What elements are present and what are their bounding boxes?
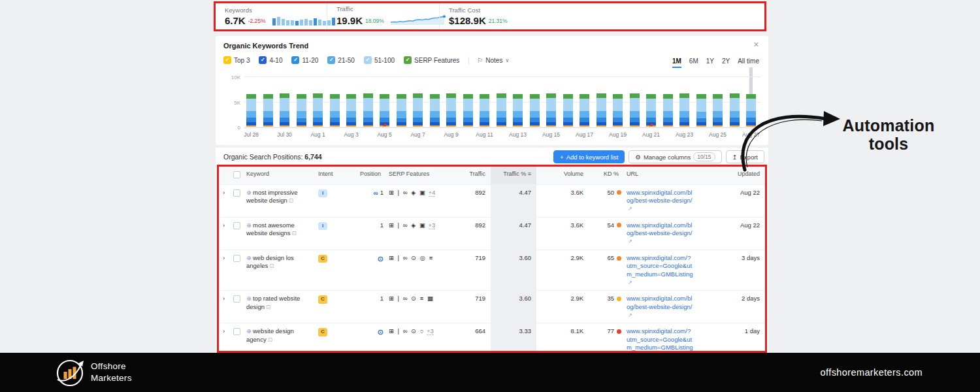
url-link[interactable]: www.spinxdigital.com/blog/best-website-d… xyxy=(627,189,693,213)
position-value: 1 xyxy=(380,189,384,197)
range-tab-1m[interactable]: 1M xyxy=(672,57,681,68)
chart-bar xyxy=(430,94,440,127)
positions-title-label: Organic Search Positions: xyxy=(223,153,302,161)
trend-filter-51-100[interactable]: ✓51-100 xyxy=(364,56,395,64)
row-expander[interactable]: › xyxy=(219,218,231,233)
traffic-stat: Traffic 19.9K 18.09% xyxy=(327,3,439,29)
filter-label: 51-100 xyxy=(374,57,395,64)
kd-difficulty-dot xyxy=(617,256,621,261)
traffic-cell: 719 xyxy=(458,291,491,306)
bar-segment-21-50 xyxy=(497,111,506,118)
mini-bar xyxy=(323,21,326,25)
note-flag-icon[interactable]: ⚑ xyxy=(382,123,387,129)
serp-snapshot-icon[interactable]: ⊡ xyxy=(292,230,297,237)
bar-segment-21-50 xyxy=(613,111,623,118)
bar-segment-21-50 xyxy=(346,111,356,118)
chart-bar xyxy=(580,94,589,127)
add-keyword-icon[interactable]: ⊕ xyxy=(246,295,252,302)
add-to-keyword-list-button[interactable]: + Add to keyword list xyxy=(553,150,625,163)
mini-bar xyxy=(309,20,312,25)
position-cell: 1 xyxy=(347,218,386,233)
serp-more-count[interactable]: +3 xyxy=(429,221,436,229)
url-link[interactable]: www.spinxdigital.com/blog/best-website-d… xyxy=(627,295,693,319)
filter-label: 21-50 xyxy=(338,57,355,64)
url-link[interactable]: www.spinxdigital.com/?utm_source=Google&… xyxy=(627,254,693,286)
row-expander[interactable]: › xyxy=(219,185,231,201)
mini-bar xyxy=(277,17,280,25)
chart-bar xyxy=(313,93,323,127)
note-flag-icon[interactable]: ⚑ xyxy=(649,123,653,129)
add-keyword-icon[interactable]: ⊕ xyxy=(246,221,252,229)
traffic-cost-stat: Traffic Cost $128.9K 21.31% xyxy=(439,3,517,29)
serp-snapshot-icon[interactable]: ⊡ xyxy=(266,304,270,310)
keyword-link[interactable]: ⊕most impressive website design⊡ xyxy=(244,185,316,209)
add-keyword-icon[interactable]: ⊕ xyxy=(246,327,252,335)
kd-cell: 35 xyxy=(589,291,624,306)
url-cell: www.spinxdigital.com/?utm_source=Google&… xyxy=(624,323,709,353)
bar-segment-51-100 xyxy=(679,98,689,111)
mini-bar xyxy=(318,20,321,25)
intent-badge: C xyxy=(318,328,327,336)
keyword-link[interactable]: ⊕most awesome website designs⊡ xyxy=(244,218,316,242)
row-checkbox[interactable] xyxy=(233,328,240,335)
row-expander[interactable]: › xyxy=(219,291,231,306)
volume-cell: 2.9K xyxy=(536,250,589,266)
close-icon[interactable]: ✕ xyxy=(753,41,759,49)
updated-cell: Aug 22 xyxy=(709,218,765,233)
add-keyword-icon[interactable]: ⊕ xyxy=(246,254,252,261)
mini-bar xyxy=(295,21,299,25)
serp-snapshot-icon[interactable]: ⊡ xyxy=(289,197,293,204)
row-checkbox[interactable] xyxy=(233,189,240,197)
volume-cell: 8.1K xyxy=(536,323,589,339)
organic-search-positions-panel: Organic Search Positions: 6,744 + Add to… xyxy=(216,148,768,353)
url-link[interactable]: www.spinxdigital.com/blog/best-website-d… xyxy=(627,221,693,246)
bar-segment-top-3 xyxy=(297,125,306,127)
keyword-link[interactable]: ⊕top rated website design⊡ xyxy=(244,291,316,315)
bar-segment-21-50 xyxy=(263,111,273,118)
trend-filter-4-10[interactable]: ✓4-10 xyxy=(259,56,282,64)
bar-segment-51-100 xyxy=(297,99,306,111)
footer-website-url: offshoremarketers.com xyxy=(821,367,923,378)
trend-filter-top-3[interactable]: ✓Top 3 xyxy=(223,56,250,64)
chart-bar xyxy=(413,93,423,127)
traffic-pct-cell: 3.60 xyxy=(491,291,536,323)
range-tab-all-time[interactable]: All time xyxy=(738,57,759,68)
traffic-pct-cell: 4.47 xyxy=(491,185,536,217)
keyword-link[interactable]: ⊕website design agency⊡ xyxy=(244,323,316,348)
chart-bar xyxy=(297,94,306,127)
range-tab-6m[interactable]: 6M xyxy=(689,57,698,68)
volume-cell: 2.9K xyxy=(536,291,589,306)
bar-segment-51-100 xyxy=(646,99,656,111)
intent-badge: C xyxy=(318,295,327,303)
bar-segment-21-50 xyxy=(380,111,389,118)
trend-filter-21-50[interactable]: ✓21-50 xyxy=(327,56,355,64)
row-checkbox[interactable] xyxy=(233,295,240,302)
serp-more-count[interactable]: +3 xyxy=(427,327,434,335)
serp-snapshot-icon[interactable]: ⊡ xyxy=(269,263,274,269)
row-checkbox[interactable] xyxy=(233,255,240,262)
row-expander[interactable]: › xyxy=(219,250,231,266)
keyword-link[interactable]: ⊕web design los angeles⊡ xyxy=(244,250,316,274)
serp-snapshot-icon[interactable]: ⊡ xyxy=(268,336,272,343)
bar-segment-21-50 xyxy=(363,111,373,118)
url-link[interactable]: www.spinxdigital.com/?utm_source=Google&… xyxy=(627,327,693,353)
row-checkbox[interactable] xyxy=(233,222,240,229)
range-tab-1y[interactable]: 1Y xyxy=(706,57,714,68)
bar-segment-21-50 xyxy=(563,111,573,118)
mini-bar xyxy=(314,18,317,25)
select-all-checkbox[interactable] xyxy=(233,171,240,178)
volume-cell: 3.6K xyxy=(536,218,589,233)
row-expander[interactable]: › xyxy=(219,323,231,339)
add-keyword-icon[interactable]: ⊕ xyxy=(246,189,252,196)
manage-columns-button[interactable]: ⚙ Manage columns 10/15 xyxy=(629,150,721,163)
trend-filters: ✓Top 3✓4-10✓11-20✓21-50✓51-100✓SERP Feat… xyxy=(223,56,509,64)
trend-filter-11-20[interactable]: ✓11-20 xyxy=(291,56,318,64)
trend-filter-serp-features[interactable]: ✓SERP Features xyxy=(404,56,459,64)
range-tab-2y[interactable]: 2Y xyxy=(722,57,730,68)
chart-bar xyxy=(397,94,406,127)
positions-count: 6,744 xyxy=(304,153,321,161)
bar-segment-top-3 xyxy=(679,125,689,127)
serp-more-count[interactable]: +4 xyxy=(429,189,436,197)
notes-toggle[interactable]: ⚐Notes∨ xyxy=(468,57,509,64)
chart-bar xyxy=(330,94,340,127)
